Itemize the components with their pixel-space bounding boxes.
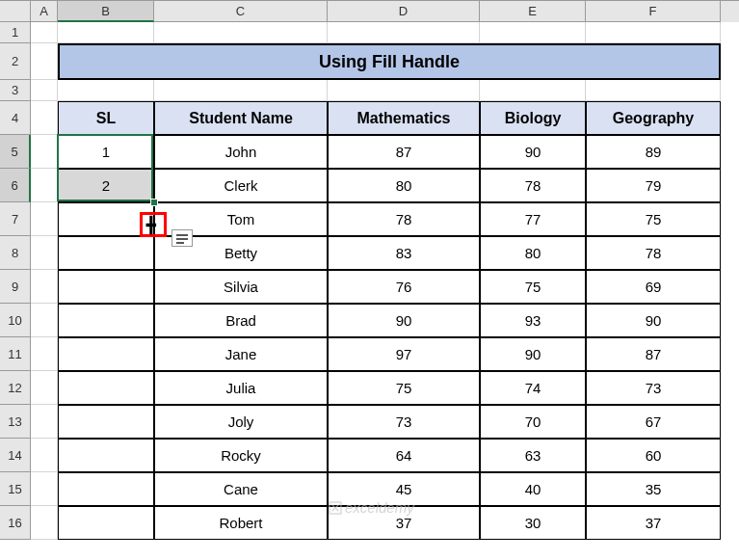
cell-A5[interactable] (31, 135, 58, 169)
cell-F6[interactable]: 79 (586, 169, 721, 202)
cell-C6[interactable]: Clerk (154, 169, 328, 202)
cell-E3[interactable] (480, 80, 586, 101)
cell-B15[interactable] (58, 472, 154, 506)
cell-C10[interactable]: Brad (154, 304, 328, 337)
cell-C12[interactable]: Julia (154, 371, 328, 405)
cell-A8[interactable] (31, 236, 58, 270)
cell-F8[interactable]: 78 (586, 236, 721, 270)
cell-A7[interactable] (31, 202, 58, 236)
header-bio[interactable]: Biology (480, 101, 586, 135)
cell-E14[interactable]: 63 (480, 439, 586, 472)
cell-B13[interactable] (58, 405, 154, 439)
row-header-16[interactable]: 16 (0, 506, 31, 540)
cell-E5[interactable]: 90 (480, 135, 586, 169)
cell-A11[interactable] (31, 337, 58, 371)
title-cell[interactable]: Using Fill Handle (58, 43, 721, 80)
cell-D9[interactable]: 76 (328, 270, 480, 304)
cell-A16[interactable] (31, 506, 58, 540)
cell-E15[interactable]: 40 (480, 472, 586, 506)
cell-F5[interactable]: 89 (586, 135, 721, 169)
row-header-2[interactable]: 2 (0, 43, 31, 80)
cell-A4[interactable] (31, 101, 58, 135)
cell-E1[interactable] (480, 22, 586, 43)
cell-E9[interactable]: 75 (480, 270, 586, 304)
col-header-D[interactable]: D (328, 1, 480, 22)
cell-B5[interactable]: 1 (58, 135, 154, 169)
row-header-15[interactable]: 15 (0, 472, 31, 506)
cell-A2[interactable] (31, 43, 58, 80)
cell-B16[interactable] (58, 506, 154, 540)
cell-C9[interactable]: Silvia (154, 270, 328, 304)
cell-B7[interactable] (58, 202, 154, 236)
cell-E16[interactable]: 30 (480, 506, 586, 540)
row-header-10[interactable]: 10 (0, 304, 31, 337)
cell-D7[interactable]: 78 (328, 202, 480, 236)
cell-B12[interactable] (58, 371, 154, 405)
cell-D1[interactable] (328, 22, 480, 43)
cell-D14[interactable]: 64 (328, 439, 480, 472)
cell-B11[interactable] (58, 337, 154, 371)
cell-B8[interactable] (58, 236, 154, 270)
col-header-F[interactable]: F (586, 1, 721, 22)
row-header-4[interactable]: 4 (0, 101, 31, 135)
cell-A10[interactable] (31, 304, 58, 337)
cell-A6[interactable] (31, 169, 58, 202)
cell-D5[interactable]: 87 (328, 135, 480, 169)
cell-C16[interactable]: Robert (154, 506, 328, 540)
cell-E6[interactable]: 78 (480, 169, 586, 202)
fill-handle[interactable] (150, 199, 158, 206)
cell-D6[interactable]: 80 (328, 169, 480, 202)
cell-B3[interactable] (58, 80, 154, 101)
cell-C15[interactable]: Cane (154, 472, 328, 506)
cell-A1[interactable] (31, 22, 58, 43)
header-name[interactable]: Student Name (154, 101, 328, 135)
cell-C13[interactable]: Joly (154, 405, 328, 439)
cell-F3[interactable] (586, 80, 721, 101)
cell-D8[interactable]: 83 (328, 236, 480, 270)
row-header-6[interactable]: 6 (0, 169, 31, 202)
cell-A12[interactable] (31, 371, 58, 405)
cell-E8[interactable]: 80 (480, 236, 586, 270)
cell-C3[interactable] (154, 80, 328, 101)
cell-E10[interactable]: 93 (480, 304, 586, 337)
cell-C14[interactable]: Rocky (154, 439, 328, 472)
cell-F12[interactable]: 73 (586, 371, 721, 405)
col-header-E[interactable]: E (480, 1, 586, 22)
col-header-C[interactable]: C (154, 1, 328, 22)
cell-E7[interactable]: 77 (480, 202, 586, 236)
row-header-11[interactable]: 11 (0, 337, 31, 371)
cell-F15[interactable]: 35 (586, 472, 721, 506)
autofill-options-button[interactable] (172, 229, 193, 247)
cell-F11[interactable]: 87 (586, 337, 721, 371)
cell-E11[interactable]: 90 (480, 337, 586, 371)
row-header-7[interactable]: 7 (0, 202, 31, 236)
cell-A15[interactable] (31, 472, 58, 506)
select-all-corner[interactable] (0, 1, 31, 22)
cell-D13[interactable]: 73 (328, 405, 480, 439)
cell-B9[interactable] (58, 270, 154, 304)
row-header-3[interactable]: 3 (0, 80, 31, 101)
cell-F16[interactable]: 37 (586, 506, 721, 540)
cell-C5[interactable]: John (154, 135, 328, 169)
cell-A9[interactable] (31, 270, 58, 304)
row-header-5[interactable]: 5 (0, 135, 31, 169)
cell-B1[interactable] (58, 22, 154, 43)
cell-A3[interactable] (31, 80, 58, 101)
header-math[interactable]: Mathematics (328, 101, 480, 135)
cell-A14[interactable] (31, 439, 58, 472)
cell-F7[interactable]: 75 (586, 202, 721, 236)
cell-C1[interactable] (154, 22, 328, 43)
row-header-12[interactable]: 12 (0, 371, 31, 405)
cell-C11[interactable]: Jane (154, 337, 328, 371)
cell-D10[interactable]: 90 (328, 304, 480, 337)
cell-F9[interactable]: 69 (586, 270, 721, 304)
cell-D11[interactable]: 97 (328, 337, 480, 371)
header-sl[interactable]: SL (58, 101, 154, 135)
row-header-1[interactable]: 1 (0, 22, 31, 43)
cell-D3[interactable] (328, 80, 480, 101)
cell-B10[interactable] (58, 304, 154, 337)
cell-F13[interactable]: 67 (586, 405, 721, 439)
col-header-B[interactable]: B (58, 1, 154, 22)
row-header-14[interactable]: 14 (0, 439, 31, 472)
row-header-13[interactable]: 13 (0, 405, 31, 439)
